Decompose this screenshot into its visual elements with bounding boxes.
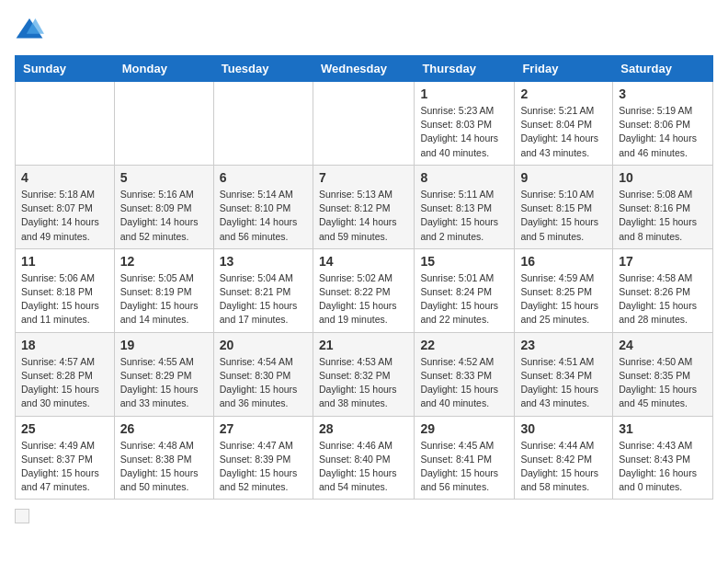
day-info: Sunrise: 5:02 AM Sunset: 8:22 PM Dayligh…: [319, 271, 408, 327]
calendar-cell: 8Sunrise: 5:11 AM Sunset: 8:13 PM Daylig…: [415, 165, 515, 248]
day-info: Sunrise: 5:05 AM Sunset: 8:19 PM Dayligh…: [120, 271, 208, 327]
calendar-cell: 27Sunrise: 4:47 AM Sunset: 8:39 PM Dayli…: [213, 416, 313, 500]
calendar-cell: 11Sunrise: 5:06 AM Sunset: 8:18 PM Dayli…: [16, 248, 115, 332]
calendar-day-header: Sunday: [16, 56, 115, 82]
logo: [15, 15, 48, 44]
calendar-cell: 17Sunrise: 4:58 AM Sunset: 8:26 PM Dayli…: [613, 248, 713, 332]
day-number: 7: [319, 170, 408, 185]
day-info: Sunrise: 4:54 AM Sunset: 8:30 PM Dayligh…: [220, 355, 307, 411]
day-number: 5: [120, 170, 208, 185]
day-number: 9: [520, 170, 607, 185]
day-number: 15: [420, 254, 508, 269]
day-info: Sunrise: 5:16 AM Sunset: 8:09 PM Dayligh…: [120, 188, 208, 244]
calendar-day-header: Monday: [114, 56, 213, 82]
day-info: Sunrise: 4:47 AM Sunset: 8:39 PM Dayligh…: [220, 439, 307, 495]
day-info: Sunrise: 4:58 AM Sunset: 8:26 PM Dayligh…: [619, 271, 707, 327]
day-number: 25: [21, 421, 108, 436]
calendar-cell: 4Sunrise: 5:18 AM Sunset: 8:07 PM Daylig…: [16, 165, 115, 248]
calendar-day-header: Friday: [515, 56, 613, 82]
day-number: 3: [619, 86, 707, 101]
day-info: Sunrise: 5:11 AM Sunset: 8:13 PM Dayligh…: [420, 188, 508, 244]
calendar-week-row: 11Sunrise: 5:06 AM Sunset: 8:18 PM Dayli…: [16, 248, 713, 332]
day-info: Sunrise: 5:08 AM Sunset: 8:16 PM Dayligh…: [619, 188, 707, 244]
day-number: 4: [21, 170, 108, 185]
calendar-cell: 3Sunrise: 5:19 AM Sunset: 8:06 PM Daylig…: [613, 82, 713, 166]
day-number: 18: [21, 338, 108, 352]
day-info: Sunrise: 5:23 AM Sunset: 8:03 PM Dayligh…: [420, 104, 508, 160]
day-number: 31: [619, 421, 707, 436]
calendar-week-row: 18Sunrise: 4:57 AM Sunset: 8:28 PM Dayli…: [16, 332, 713, 416]
calendar-table: SundayMondayTuesdayWednesdayThursdayFrid…: [15, 55, 713, 500]
day-number: 1: [420, 86, 508, 101]
calendar-day-header: Thursday: [415, 56, 515, 82]
day-number: 14: [319, 254, 408, 269]
day-number: 6: [220, 170, 307, 185]
day-info: Sunrise: 4:49 AM Sunset: 8:37 PM Dayligh…: [21, 439, 108, 495]
day-info: Sunrise: 4:51 AM Sunset: 8:34 PM Dayligh…: [520, 355, 607, 411]
day-info: Sunrise: 5:04 AM Sunset: 8:21 PM Dayligh…: [220, 271, 307, 327]
day-number: 10: [619, 170, 707, 185]
calendar-cell: [313, 82, 414, 166]
calendar-cell: 14Sunrise: 5:02 AM Sunset: 8:22 PM Dayli…: [313, 248, 414, 332]
calendar-cell: 31Sunrise: 4:43 AM Sunset: 8:43 PM Dayli…: [613, 416, 713, 500]
day-number: 30: [520, 421, 607, 436]
day-number: 13: [220, 254, 307, 269]
calendar-cell: 29Sunrise: 4:45 AM Sunset: 8:41 PM Dayli…: [415, 416, 515, 500]
day-info: Sunrise: 5:01 AM Sunset: 8:24 PM Dayligh…: [420, 271, 508, 327]
calendar-cell: 5Sunrise: 5:16 AM Sunset: 8:09 PM Daylig…: [114, 165, 213, 248]
calendar-week-row: 1Sunrise: 5:23 AM Sunset: 8:03 PM Daylig…: [16, 82, 713, 166]
day-info: Sunrise: 4:52 AM Sunset: 8:33 PM Dayligh…: [420, 355, 508, 411]
calendar-cell: 7Sunrise: 5:13 AM Sunset: 8:12 PM Daylig…: [313, 165, 414, 248]
day-number: 12: [120, 254, 208, 269]
day-info: Sunrise: 5:19 AM Sunset: 8:06 PM Dayligh…: [619, 104, 707, 160]
calendar-cell: [213, 82, 313, 166]
day-info: Sunrise: 4:50 AM Sunset: 8:35 PM Dayligh…: [619, 355, 707, 411]
calendar-cell: 9Sunrise: 5:10 AM Sunset: 8:15 PM Daylig…: [515, 165, 613, 248]
calendar-cell: 20Sunrise: 4:54 AM Sunset: 8:30 PM Dayli…: [213, 332, 313, 416]
day-info: Sunrise: 4:48 AM Sunset: 8:38 PM Dayligh…: [120, 439, 208, 495]
day-number: 23: [520, 338, 607, 352]
calendar-cell: 23Sunrise: 4:51 AM Sunset: 8:34 PM Dayli…: [515, 332, 613, 416]
day-info: Sunrise: 5:13 AM Sunset: 8:12 PM Dayligh…: [319, 188, 408, 244]
calendar-day-header: Wednesday: [313, 56, 414, 82]
calendar-cell: 22Sunrise: 4:52 AM Sunset: 8:33 PM Dayli…: [415, 332, 515, 416]
calendar-cell: 18Sunrise: 4:57 AM Sunset: 8:28 PM Dayli…: [16, 332, 115, 416]
day-number: 19: [120, 338, 208, 352]
day-info: Sunrise: 4:53 AM Sunset: 8:32 PM Dayligh…: [319, 355, 408, 411]
calendar-cell: [114, 82, 213, 166]
day-info: Sunrise: 4:45 AM Sunset: 8:41 PM Dayligh…: [420, 439, 508, 495]
page-header: [15, 15, 713, 44]
day-info: Sunrise: 4:55 AM Sunset: 8:29 PM Dayligh…: [120, 355, 208, 411]
calendar-cell: 28Sunrise: 4:46 AM Sunset: 8:40 PM Dayli…: [313, 416, 414, 500]
day-info: Sunrise: 5:21 AM Sunset: 8:04 PM Dayligh…: [520, 104, 607, 160]
calendar-cell: 12Sunrise: 5:05 AM Sunset: 8:19 PM Dayli…: [114, 248, 213, 332]
logo-icon: [15, 15, 44, 44]
day-number: 11: [21, 254, 108, 269]
calendar-day-header: Tuesday: [213, 56, 313, 82]
day-number: 2: [520, 86, 607, 101]
day-number: 29: [420, 421, 508, 436]
day-number: 20: [220, 338, 307, 352]
day-info: Sunrise: 4:59 AM Sunset: 8:25 PM Dayligh…: [520, 271, 607, 327]
calendar-cell: 19Sunrise: 4:55 AM Sunset: 8:29 PM Dayli…: [114, 332, 213, 416]
day-number: 16: [520, 254, 607, 269]
day-number: 22: [420, 338, 508, 352]
calendar-cell: 21Sunrise: 4:53 AM Sunset: 8:32 PM Dayli…: [313, 332, 414, 416]
day-info: Sunrise: 4:43 AM Sunset: 8:43 PM Dayligh…: [619, 439, 707, 495]
calendar-day-header: Saturday: [613, 56, 713, 82]
day-info: Sunrise: 4:57 AM Sunset: 8:28 PM Dayligh…: [21, 355, 108, 411]
day-info: Sunrise: 5:06 AM Sunset: 8:18 PM Dayligh…: [21, 271, 108, 327]
footer-box-icon: [15, 509, 29, 523]
calendar-cell: 6Sunrise: 5:14 AM Sunset: 8:10 PM Daylig…: [213, 165, 313, 248]
calendar-header-row: SundayMondayTuesdayWednesdayThursdayFrid…: [16, 56, 713, 82]
day-number: 26: [120, 421, 208, 436]
day-info: Sunrise: 5:10 AM Sunset: 8:15 PM Dayligh…: [520, 188, 607, 244]
footer: [15, 509, 713, 523]
calendar-cell: 1Sunrise: 5:23 AM Sunset: 8:03 PM Daylig…: [415, 82, 515, 166]
calendar-cell: 15Sunrise: 5:01 AM Sunset: 8:24 PM Dayli…: [415, 248, 515, 332]
day-info: Sunrise: 5:14 AM Sunset: 8:10 PM Dayligh…: [220, 188, 307, 244]
calendar-cell: 25Sunrise: 4:49 AM Sunset: 8:37 PM Dayli…: [16, 416, 115, 500]
day-number: 24: [619, 338, 707, 352]
day-number: 21: [319, 338, 408, 352]
calendar-cell: 10Sunrise: 5:08 AM Sunset: 8:16 PM Dayli…: [613, 165, 713, 248]
